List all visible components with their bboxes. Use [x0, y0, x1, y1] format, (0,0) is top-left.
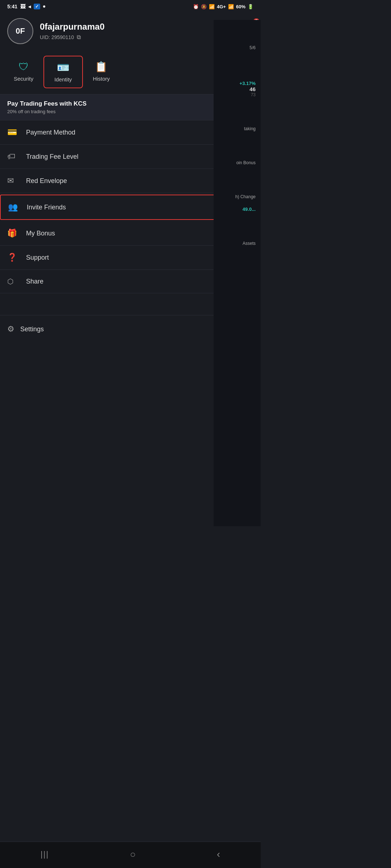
menu-item-my-bonus[interactable]: 🎁 My Bonus › [0, 221, 261, 246]
battery-percent: 60% [236, 4, 245, 9]
nav-item-security[interactable]: 🛡 Security [4, 56, 43, 88]
nav-item-identity[interactable]: 🪪 Identity [43, 56, 83, 88]
envelope-label: Red Envelope [26, 177, 251, 185]
kcs-subtitle: 20% off on trading fees [7, 109, 87, 114]
menu-item-red-envelope[interactable]: ✉ Red Envelope › [0, 169, 261, 193]
menu-list: 💳 Payment Method › 🏷 Trading Fee Level ›… [0, 120, 261, 293]
history-label: History [93, 76, 110, 82]
chevron-icon: › [251, 177, 253, 185]
support-label: Support [26, 254, 251, 261]
menu-item-trading-fee[interactable]: 🏷 Trading Fee Level › [0, 145, 261, 169]
chevron-icon: › [251, 153, 253, 161]
photo-icon: 🖼 [20, 4, 25, 9]
notification-badge: 7 [253, 18, 259, 24]
share-icon: ⬡ [7, 277, 20, 286]
copy-icon[interactable]: ⧉ [77, 34, 81, 41]
settings-left: ⚙ Settings [7, 324, 44, 334]
shield-icon: 🛡 [18, 61, 29, 73]
settings-row[interactable]: ⚙ Settings 🌙 [0, 315, 261, 343]
identity-label: Identity [54, 76, 72, 82]
payment-label: Payment Method [26, 129, 251, 136]
avatar: 0F [7, 18, 33, 44]
invite-icon: 👥 [8, 203, 21, 212]
network-type: 4G+ [217, 4, 226, 9]
history-icon: 📋 [95, 61, 108, 73]
task-icon: ✓ [34, 4, 40, 9]
identity-icon: 🪪 [57, 61, 70, 73]
kcs-text: Pay Trading Fees with KCS 20% off on tra… [7, 100, 87, 114]
dot-indicator [43, 5, 45, 8]
menu-item-invite-friends[interactable]: 👥 Invite Friends › [0, 195, 261, 220]
alarm-icon: ⏰ [193, 4, 199, 9]
envelope-icon: ✉ [7, 176, 20, 186]
payment-icon: 💳 [7, 128, 20, 137]
battery-icon: 🔋 [248, 4, 253, 9]
nav-icons-row: 🛡 Security 🪪 Identity 📋 History [0, 52, 261, 94]
chevron-icon: › [251, 254, 253, 261]
share-label: Share [26, 278, 251, 285]
security-label: Security [14, 76, 33, 82]
profile-info: 0fajarpurnama0 UID: 29590110 ⧉ [40, 22, 105, 41]
chevron-icon: › [251, 129, 253, 136]
settings-label: Settings [20, 326, 44, 333]
status-bar: 5:41 🖼 ◂ ✓ ⏰ 🔕 📶 4G+ 📶 60% 🔋 [0, 0, 261, 12]
status-left: 5:41 🖼 ◂ ✓ [7, 4, 45, 9]
signal2-icon: 📶 [228, 4, 234, 9]
status-right: ⏰ 🔕 📶 4G+ 📶 60% 🔋 [193, 4, 253, 9]
bonus-label: My Bonus [26, 230, 251, 237]
profile-section: 0F 0fajarpurnama0 UID: 29590110 ⧉ [0, 12, 261, 52]
signal-icon: 📶 [209, 4, 215, 9]
fee-icon: 🏷 [7, 152, 20, 161]
navigation-icon: ◂ [28, 4, 31, 9]
support-icon: ❓ [7, 253, 20, 262]
settings-icon: ⚙ [7, 324, 14, 334]
kcs-toggle[interactable] [235, 102, 253, 112]
chevron-icon: › [251, 230, 253, 237]
profile-username: 0fajarpurnama0 [40, 22, 105, 32]
kcs-row: Pay Trading Fees with KCS 20% off on tra… [0, 94, 261, 120]
invite-label: Invite Friends [27, 204, 251, 211]
menu-item-support[interactable]: ❓ Support › [0, 246, 261, 270]
notification-area[interactable]: 🔔 7 [245, 20, 257, 31]
menu-item-share[interactable]: ⬡ Share › [0, 270, 261, 293]
time: 5:41 [7, 4, 17, 9]
mute-icon: 🔕 [201, 4, 207, 9]
toggle-knob [244, 103, 253, 112]
kcs-title: Pay Trading Fees with KCS [7, 100, 87, 107]
chevron-icon: › [251, 278, 253, 285]
bonus-icon: 🎁 [7, 229, 20, 238]
chevron-icon: › [251, 204, 253, 211]
nav-item-history[interactable]: 📋 History [83, 56, 120, 88]
fee-label: Trading Fee Level [26, 153, 251, 161]
menu-item-payment-method[interactable]: 💳 Payment Method › [0, 120, 261, 145]
profile-uid: UID: 29590110 ⧉ [40, 34, 105, 41]
bell-icon[interactable]: 🔔 7 [245, 20, 257, 31]
dark-mode-toggle[interactable]: 🌙 [240, 323, 253, 336]
